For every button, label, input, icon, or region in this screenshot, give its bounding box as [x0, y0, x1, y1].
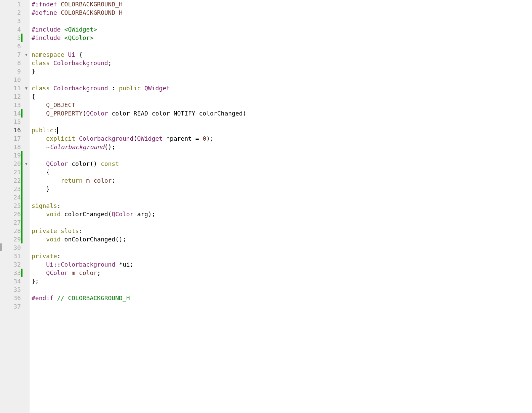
gutter-row[interactable]: 9	[2, 67, 30, 76]
code-line[interactable]	[32, 193, 532, 201]
code-line[interactable]	[32, 118, 532, 126]
line-number: 16	[13, 126, 21, 134]
fold-toggle-icon[interactable]: ▼	[25, 159, 28, 168]
line-number: 13	[13, 101, 21, 109]
line-number: 37	[13, 302, 21, 311]
code-line[interactable]	[32, 76, 532, 84]
line-number: 11	[13, 84, 21, 92]
code-line[interactable]: explicit Colorbackground(QWidget *parent…	[32, 134, 532, 143]
modification-indicator	[21, 201, 23, 210]
gutter-row[interactable]: 17	[2, 134, 30, 143]
line-number: 17	[13, 134, 21, 143]
code-line[interactable]	[32, 42, 532, 50]
line-number: 8	[17, 59, 21, 67]
code-line[interactable]: Q_OBJECT	[32, 101, 532, 109]
code-line[interactable]: class Colorbackground : public QWidget	[32, 84, 532, 92]
line-number: 36	[13, 294, 21, 302]
code-line[interactable]: return m_color;	[32, 176, 532, 185]
code-line[interactable]: namespace Ui {	[32, 50, 532, 59]
gutter-row[interactable]: 24	[2, 193, 30, 201]
line-number: 34	[13, 277, 21, 285]
gutter-row[interactable]: 12	[2, 92, 30, 101]
line-number: 29	[13, 235, 21, 243]
gutter-row[interactable]: 7▼	[2, 50, 30, 59]
code-line[interactable]: ~Colorbackground();	[32, 143, 532, 151]
code-line[interactable]: signals:	[32, 201, 532, 210]
gutter-row[interactable]: 37	[2, 302, 30, 311]
code-line[interactable]	[32, 302, 532, 311]
gutter-row[interactable]: 21	[2, 168, 30, 176]
modification-indicator	[21, 168, 23, 176]
code-line[interactable]: #define COLORBACKGROUND_H	[32, 8, 532, 17]
code-line[interactable]: {	[32, 92, 532, 101]
gutter-row[interactable]: 10	[2, 76, 30, 84]
code-line[interactable]: private slots:	[32, 227, 532, 235]
code-line[interactable]	[32, 17, 532, 25]
gutter-row[interactable]: 3	[2, 17, 30, 25]
gutter-row[interactable]: 1	[2, 0, 30, 8]
line-number: 22	[13, 176, 21, 185]
gutter-row[interactable]: 27	[2, 218, 30, 227]
line-number: 28	[13, 227, 21, 235]
code-line[interactable]: class Colorbackground;	[32, 59, 532, 67]
code-line[interactable]: void colorChanged(QColor arg);	[32, 210, 532, 218]
gutter-row[interactable]: 15	[2, 118, 30, 126]
gutter-row[interactable]: 14	[2, 109, 30, 118]
gutter-row[interactable]: 13	[2, 101, 30, 109]
code-line[interactable]	[32, 151, 532, 159]
gutter-row[interactable]: 35	[2, 285, 30, 294]
gutter-row[interactable]: 30	[2, 243, 30, 252]
code-line[interactable]: #ifndef COLORBACKGROUND_H	[32, 0, 532, 8]
code-line[interactable]	[32, 243, 532, 252]
code-line[interactable]: void onColorChanged();	[32, 235, 532, 243]
fold-toggle-icon[interactable]: ▼	[25, 50, 28, 59]
code-text: namespace Ui {	[32, 50, 83, 59]
gutter-row[interactable]: 18	[2, 143, 30, 151]
code-line[interactable]: Q_PROPERTY(QColor color READ color NOTIF…	[32, 109, 532, 118]
code-line[interactable]: public:	[32, 126, 532, 134]
line-number: 32	[13, 260, 21, 269]
line-number-gutter[interactable]: 1234567▼891011▼121314151617181920▼212223…	[2, 0, 30, 413]
code-line[interactable]: #include <QWidget>	[32, 25, 532, 34]
code-line[interactable]	[32, 218, 532, 227]
gutter-row[interactable]: 20▼	[2, 159, 30, 168]
gutter-row[interactable]: 25	[2, 201, 30, 210]
gutter-row[interactable]: 34	[2, 277, 30, 285]
gutter-row[interactable]: 5	[2, 34, 30, 42]
code-line[interactable]: };	[32, 277, 532, 285]
code-line[interactable]: Ui::Colorbackground *ui;	[32, 260, 532, 269]
gutter-row[interactable]: 6	[2, 42, 30, 50]
gutter-row[interactable]: 26	[2, 210, 30, 218]
gutter-row[interactable]: 33	[2, 269, 30, 277]
gutter-row[interactable]: 22	[2, 176, 30, 185]
code-text: void colorChanged(QColor arg);	[32, 210, 156, 218]
code-line[interactable]	[32, 285, 532, 294]
code-line[interactable]: QColor m_color;	[32, 269, 532, 277]
code-line[interactable]: private:	[32, 252, 532, 260]
line-number: 31	[13, 252, 21, 260]
gutter-row[interactable]: 28	[2, 227, 30, 235]
code-line[interactable]: #include <QColor>	[32, 34, 532, 42]
code-line[interactable]: #endif // COLORBACKGROUND_H	[32, 294, 532, 302]
code-line[interactable]: {	[32, 168, 532, 176]
gutter-row[interactable]: 11▼	[2, 84, 30, 92]
gutter-row[interactable]: 23	[2, 185, 30, 193]
gutter-row[interactable]: 4	[2, 25, 30, 34]
line-number: 4	[17, 25, 21, 34]
code-line[interactable]: }	[32, 185, 532, 193]
code-editor-area[interactable]: #ifndef COLORBACKGROUND_H#define COLORBA…	[30, 0, 532, 413]
gutter-row[interactable]: 19	[2, 151, 30, 159]
code-line[interactable]: QColor color() const	[32, 159, 532, 168]
gutter-row[interactable]: 16	[2, 126, 30, 134]
code-text: #include <QWidget>	[32, 25, 97, 34]
modification-indicator	[21, 176, 23, 185]
code-line[interactable]: }	[32, 67, 532, 76]
code-text: {	[32, 92, 35, 101]
gutter-row[interactable]: 8	[2, 59, 30, 67]
gutter-row[interactable]: 32	[2, 260, 30, 269]
gutter-row[interactable]: 31	[2, 252, 30, 260]
gutter-row[interactable]: 36	[2, 294, 30, 302]
gutter-row[interactable]: 2	[2, 8, 30, 17]
gutter-row[interactable]: 29	[2, 235, 30, 243]
fold-toggle-icon[interactable]: ▼	[25, 84, 28, 92]
